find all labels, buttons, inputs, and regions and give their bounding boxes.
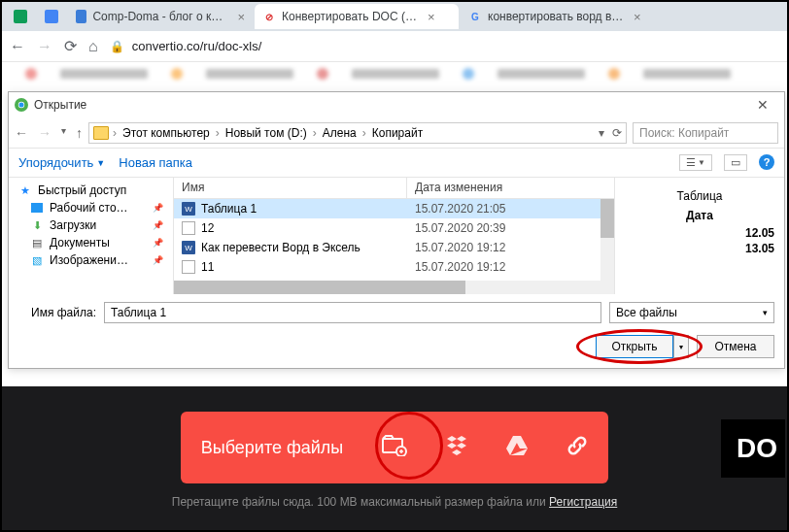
chevron-down-icon[interactable]: ▾ xyxy=(599,126,604,140)
pin-icon: 📌 xyxy=(153,220,163,230)
reload-button[interactable]: ⟳ xyxy=(64,37,77,55)
browser-tab-strip: Comp-Doma - блог о компьюте × ⊘ Конверти… xyxy=(2,2,787,31)
nav-history-button[interactable]: ▾ xyxy=(61,125,66,141)
svg-point-4 xyxy=(19,103,24,108)
open-dropdown[interactable]: ▾ xyxy=(673,335,689,358)
favicon: ⊘ xyxy=(262,10,276,23)
nav-up-button[interactable]: ↑ xyxy=(76,125,83,141)
word-file-icon: W xyxy=(182,202,195,216)
breadcrumb-item[interactable]: Копирайт xyxy=(370,126,425,140)
text-file-icon xyxy=(182,260,195,274)
sheets-icon xyxy=(14,10,27,23)
image-icon: ▧ xyxy=(30,253,44,267)
browse-icon[interactable] xyxy=(382,435,407,461)
sidebar-item-images[interactable]: ▧Изображени…📌 xyxy=(11,251,171,269)
select-files-button[interactable]: Выберите файлы xyxy=(201,438,344,458)
sidebar-item-quick-access[interactable]: ★Быстрый доступ xyxy=(11,182,171,199)
caption-text: Перетащите файлы сюда. 100 MB максимальн… xyxy=(172,495,549,509)
preview-pane: Таблица Дата 12.05 13.05 xyxy=(614,178,784,294)
cancel-button[interactable]: Отмена xyxy=(697,335,774,358)
docs-icon xyxy=(45,10,58,23)
open-button[interactable]: Открыть xyxy=(596,335,673,358)
link-icon[interactable] xyxy=(566,435,588,461)
file-pane: Имя Дата изменения WТаблица 1 15.07.2020… xyxy=(174,178,784,294)
browser-tab[interactable]: Comp-Doma - блог о компьюте × xyxy=(68,4,253,29)
nav-forward-button[interactable]: → xyxy=(38,125,51,141)
pin-icon: 📌 xyxy=(153,255,163,265)
sidebar-item-downloads[interactable]: ⬇Загрузки📌 xyxy=(11,216,171,234)
file-list-header: Имя Дата изменения xyxy=(174,178,614,199)
file-row[interactable]: 12 15.07.2020 20:39 xyxy=(174,218,614,238)
help-icon[interactable]: ? xyxy=(759,154,774,170)
file-filter-select[interactable]: Все файлы▾ xyxy=(609,302,774,323)
breadcrumb[interactable]: › Этот компьютер› Новый том (D:)› Алена›… xyxy=(88,122,627,144)
google-drive-icon[interactable] xyxy=(506,436,528,460)
pin-icon: 📌 xyxy=(153,238,163,248)
file-row[interactable]: 11 15.07.2020 19:12 xyxy=(174,257,614,277)
browser-tab[interactable]: G конвертировать ворд в эксель × xyxy=(461,4,655,29)
browser-tab[interactable] xyxy=(37,4,66,29)
lock-icon: 🔒 xyxy=(110,40,124,53)
scrollbar-horizontal[interactable] xyxy=(174,281,600,294)
url-text: convertio.co/ru/doc-xls/ xyxy=(132,39,262,53)
filename-input[interactable] xyxy=(104,302,601,323)
preview-title: Таблица xyxy=(625,189,774,203)
close-icon[interactable]: × xyxy=(428,10,435,24)
file-open-dialog: Открытие ✕ ← → ▾ ↑ › Этот компьютер› Нов… xyxy=(8,91,785,369)
file-list: Имя Дата изменения WТаблица 1 15.07.2020… xyxy=(174,178,614,294)
file-row[interactable]: WТаблица 1 15.07.2020 21:05 xyxy=(174,199,614,218)
star-icon: ★ xyxy=(18,183,32,197)
home-button[interactable]: ⌂ xyxy=(88,38,98,55)
register-link[interactable]: Регистрация xyxy=(549,495,617,509)
dialog-nav: ← → ▾ ↑ › Этот компьютер› Новый том (D:)… xyxy=(9,117,784,149)
chrome-icon xyxy=(15,98,28,112)
dialog-sidebar: ★Быстрый доступ Рабочий сто…📌 ⬇Загрузки📌… xyxy=(9,178,174,294)
forward-button[interactable]: → xyxy=(37,38,52,55)
breadcrumb-item[interactable]: Новый том (D:) xyxy=(223,126,309,140)
refresh-icon[interactable]: ⟳ xyxy=(612,126,622,140)
address-input[interactable]: 🔒 convertio.co/ru/doc-xls/ xyxy=(110,35,779,58)
text-file-icon xyxy=(182,221,195,235)
new-folder-button[interactable]: Новая папка xyxy=(119,155,192,170)
preview-toggle-button[interactable]: ▭ xyxy=(724,154,747,171)
browser-tab[interactable] xyxy=(6,4,35,29)
dialog-close-button[interactable]: ✕ xyxy=(747,97,778,113)
dropbox-icon[interactable] xyxy=(446,436,467,460)
column-name[interactable]: Имя xyxy=(174,178,407,198)
organize-menu[interactable]: Упорядочить ▼ xyxy=(18,155,105,170)
address-bar: ← → ⟳ ⌂ 🔒 convertio.co/ru/doc-xls/ xyxy=(2,31,787,62)
nav-back-button[interactable]: ← xyxy=(15,125,28,141)
breadcrumb-item[interactable]: Алена xyxy=(321,126,359,140)
bookmarks-bar xyxy=(2,62,787,85)
desktop-icon xyxy=(30,201,44,215)
dialog-footer: Имя файла: Все файлы▾ Открыть ▾ Отмена xyxy=(9,294,784,368)
nav-arrows: ← → ▾ ↑ xyxy=(15,125,83,141)
scrollbar-vertical[interactable] xyxy=(600,199,614,294)
document-icon: ▤ xyxy=(30,236,44,249)
dialog-title: Открытие xyxy=(34,98,86,112)
browser-tab-active[interactable]: ⊘ Конвертировать DOC (WORD) в × xyxy=(255,4,459,29)
preview-heading: Дата xyxy=(625,209,774,222)
upload-panel: Выберите файлы xyxy=(181,412,608,483)
site-content: Выберите файлы Перетащите файлы сюда. 10… xyxy=(2,386,787,530)
sidebar-item-desktop[interactable]: Рабочий сто…📌 xyxy=(11,199,171,216)
pin-icon: 📌 xyxy=(153,203,163,213)
tab-title: конвертировать ворд в эксель xyxy=(488,10,624,23)
breadcrumb-item[interactable]: Этот компьютер xyxy=(120,126,212,140)
file-row[interactable]: WКак перевести Ворд в Эксель 15.07.2020 … xyxy=(174,238,614,257)
column-date[interactable]: Дата изменения xyxy=(407,178,614,198)
word-file-icon: W xyxy=(182,241,195,254)
search-placeholder: Поиск: Копирайт xyxy=(639,126,729,140)
favicon xyxy=(76,10,86,23)
dialog-titlebar: Открытие ✕ xyxy=(9,92,784,117)
view-mode-button[interactable]: ☰ ▼ xyxy=(679,154,712,171)
close-icon[interactable]: × xyxy=(634,10,641,24)
back-button[interactable]: ← xyxy=(10,38,25,55)
format-badge: DO xyxy=(721,419,785,478)
folder-icon xyxy=(93,126,109,140)
close-icon[interactable]: × xyxy=(237,10,245,24)
search-input[interactable]: Поиск: Копирайт xyxy=(633,122,778,144)
download-icon: ⬇ xyxy=(30,218,44,232)
tab-title: Конвертировать DOC (WORD) в xyxy=(282,10,418,23)
sidebar-item-documents[interactable]: ▤Документы📌 xyxy=(11,234,171,251)
